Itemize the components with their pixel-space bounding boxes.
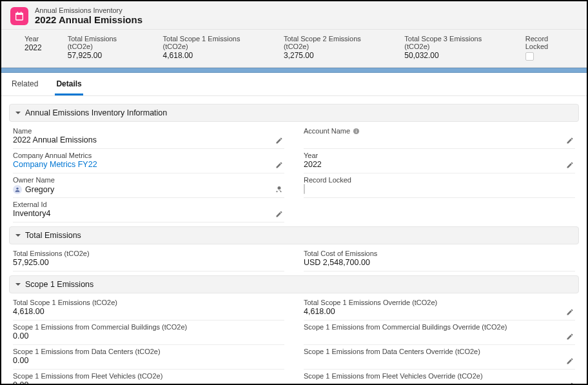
section-toggle-total[interactable]: Total Emissions: [9, 226, 579, 244]
field-value: [304, 356, 575, 366]
field-label: Record Locked: [304, 176, 575, 184]
tab-bar: Related Details: [1, 73, 587, 96]
section-toggle-scope1[interactable]: Scope 1 Emissions: [9, 275, 579, 293]
highlight-value: 2022: [24, 43, 42, 52]
highlights-panel: Year 2022 Total Emissions (tCO2e) 57,925…: [1, 30, 587, 68]
field-label: Scope 1 Emissions from Commercial Buildi…: [304, 323, 575, 331]
field-label: Scope 1 Emissions from Fleet Vehicles (t…: [13, 372, 284, 380]
record-locked-checkbox: [304, 184, 305, 194]
field-value: Inventory4: [13, 209, 284, 219]
pencil-icon[interactable]: [566, 137, 574, 144]
field-value: [304, 135, 575, 145]
details-panel: Annual Emissions Inventory Information N…: [1, 96, 587, 385]
change-owner-icon[interactable]: [275, 186, 283, 193]
pencil-icon[interactable]: [275, 137, 283, 144]
svg-point-0: [16, 187, 18, 189]
field-label: Account Name: [304, 127, 350, 135]
field-label: Total Emissions (tCO2e): [13, 250, 284, 257]
owner-link[interactable]: Gregory: [25, 185, 54, 194]
tab-details[interactable]: Details: [55, 73, 83, 95]
header-titles: Annual Emissions Inventory 2022 Annual E…: [35, 6, 142, 25]
record-type-icon: [10, 7, 28, 25]
highlight-label: Record Locked: [525, 35, 569, 50]
pencil-icon[interactable]: [275, 210, 283, 218]
record-locked-checkbox: [525, 52, 534, 61]
field-value: 2022 Annual Emissions: [13, 135, 284, 145]
field-external-id: External Id Inventory4: [13, 198, 284, 222]
highlight-label: Total Scope 1 Emissions (tCO2e): [163, 35, 258, 50]
field-label: Year: [304, 152, 575, 159]
field-label: Scope 1 Emissions from Fleet Vehicles Ov…: [304, 372, 575, 380]
field-s1-dc-override: Scope 1 Emissions from Data Centers Over…: [304, 345, 575, 370]
highlight-year: Year 2022: [24, 35, 42, 61]
highlight-scope3: Total Scope 3 Emissions (tCO2e) 50,032.0…: [404, 35, 499, 61]
field-label: Name: [13, 127, 284, 135]
pencil-icon[interactable]: [566, 382, 574, 385]
field-label: Scope 1 Emissions from Data Centers (tCO…: [13, 348, 284, 355]
pencil-icon[interactable]: [275, 161, 283, 169]
highlight-total: Total Emissions (tCO2e) 57,925.00: [68, 35, 137, 61]
decorative-strip: [1, 68, 587, 73]
field-value: [304, 380, 575, 385]
field-label: Total Scope 1 Emissions (tCO2e): [13, 299, 284, 306]
section-toggle-info[interactable]: Annual Emissions Inventory Information: [9, 104, 579, 122]
info-icon[interactable]: [353, 128, 360, 135]
section-title: Total Emissions: [25, 231, 81, 240]
field-s1-total: Total Scope 1 Emissions (tCO2e) 4,618.00: [13, 296, 284, 321]
field-value: 0.00: [13, 331, 284, 341]
field-company-metrics: Company Annual Metrics Company Metrics F…: [13, 149, 284, 173]
chevron-down-icon: [15, 281, 21, 288]
field-year: Year 2022: [304, 149, 575, 173]
field-value: 2022: [304, 160, 575, 170]
field-s1-fleet-vehicles: Scope 1 Emissions from Fleet Vehicles (t…: [13, 370, 284, 385]
field-owner: Owner Name Gregory: [13, 173, 284, 198]
field-value: 0.00: [13, 380, 284, 385]
field-value: [304, 331, 575, 341]
svg-rect-3: [356, 129, 357, 130]
field-s1-cb-override: Scope 1 Emissions from Commercial Buildi…: [304, 321, 575, 345]
highlight-label: Total Scope 3 Emissions (tCO2e): [404, 35, 499, 50]
record-type-label: Annual Emissions Inventory: [35, 6, 142, 14]
highlight-value: 57,925.00: [68, 51, 137, 60]
field-label: Total Cost of Emissions: [304, 250, 575, 257]
highlight-value: 3,275.00: [284, 51, 378, 60]
field-s1-fv-override: Scope 1 Emissions from Fleet Vehicles Ov…: [304, 370, 575, 385]
company-metrics-link[interactable]: Company Metrics FY22: [13, 160, 284, 170]
field-label: Company Annual Metrics: [13, 152, 284, 159]
chevron-down-icon: [15, 232, 21, 239]
field-total-cost: Total Cost of Emissions USD 2,548,700.00: [304, 247, 575, 271]
highlight-scope1: Total Scope 1 Emissions (tCO2e) 4,618.00: [163, 35, 258, 61]
field-s1-total-override: Total Scope 1 Emissions Override (tCO2e)…: [304, 296, 575, 321]
field-value: USD 2,548,700.00: [304, 258, 575, 268]
field-label: Owner Name: [13, 176, 284, 184]
page-header: Annual Emissions Inventory 2022 Annual E…: [1, 1, 587, 30]
field-total-emissions: Total Emissions (tCO2e) 57,925.00: [13, 247, 284, 271]
highlight-value: 4,618.00: [163, 51, 258, 60]
pencil-icon[interactable]: [566, 333, 574, 341]
svg-rect-2: [356, 130, 357, 132]
highlight-scope2: Total Scope 2 Emissions (tCO2e) 3,275.00: [284, 35, 378, 61]
avatar-icon: [13, 185, 22, 194]
tab-related[interactable]: Related: [10, 73, 39, 95]
field-s1-commercial-buildings: Scope 1 Emissions from Commercial Buildi…: [13, 321, 284, 345]
highlight-label: Total Emissions (tCO2e): [68, 35, 137, 50]
field-label: Scope 1 Emissions from Data Centers Over…: [304, 348, 575, 355]
pencil-icon[interactable]: [566, 308, 574, 316]
section-title: Annual Emissions Inventory Information: [25, 108, 167, 117]
chevron-down-icon: [15, 110, 21, 116]
field-value: 4,618.00: [13, 307, 284, 317]
field-value: 4,618.00: [304, 307, 575, 317]
pencil-icon[interactable]: [566, 357, 574, 365]
highlight-value: 50,032.00: [404, 51, 499, 60]
field-s1-data-centers: Scope 1 Emissions from Data Centers (tCO…: [13, 345, 284, 370]
field-record-locked: Record Locked: [304, 173, 575, 198]
field-value: 57,925.00: [13, 258, 284, 268]
field-label: Total Scope 1 Emissions Override (tCO2e): [304, 299, 575, 306]
section-title: Scope 1 Emissions: [25, 280, 93, 289]
pencil-icon[interactable]: [566, 161, 574, 169]
page-title: 2022 Annual Emissions: [35, 14, 142, 25]
field-label: External Id: [13, 201, 284, 208]
highlight-label: Year: [24, 35, 42, 43]
highlight-label: Total Scope 2 Emissions (tCO2e): [284, 35, 378, 50]
field-value: 0.00: [13, 356, 284, 366]
